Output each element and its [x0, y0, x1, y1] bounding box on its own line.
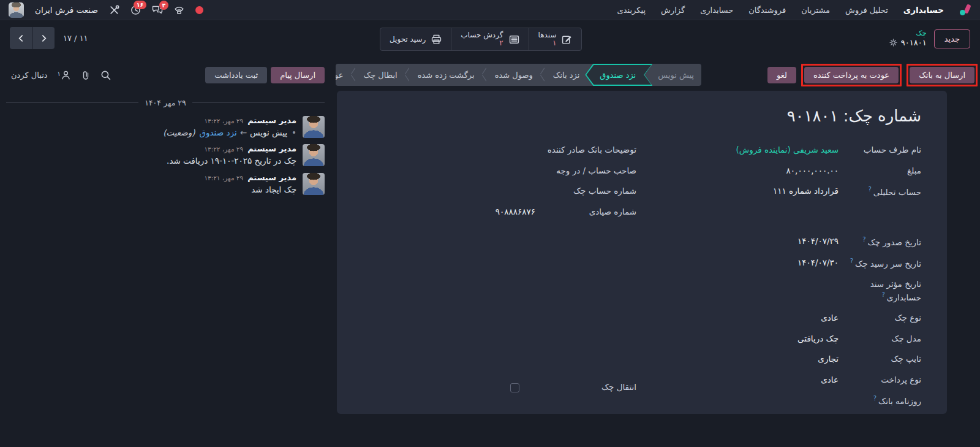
smart-button-label: سندها: [538, 31, 557, 39]
new-button[interactable]: جدید: [934, 29, 970, 48]
message-author[interactable]: مدیر سیستم: [247, 173, 296, 182]
help-icon: ?: [850, 258, 853, 264]
field-label: انتقال چک: [535, 381, 636, 394]
status-step-at-bank[interactable]: نزد بانک: [546, 71, 587, 80]
send-message-button[interactable]: ارسال پیام: [271, 67, 325, 83]
tracking-old-state: پیش نویس: [250, 128, 287, 137]
check-type-value[interactable]: تجاری: [818, 353, 839, 365]
printer-icon: [431, 34, 442, 45]
smart-button-documents[interactable]: سندها ۱: [529, 28, 582, 50]
messages-button[interactable]: ۴: [152, 5, 163, 15]
check-model-value[interactable]: چک دریافتی: [797, 333, 839, 345]
sayad-number-value[interactable]: ۹۰۸۸۸۶۸۷۶: [496, 206, 535, 218]
form-column-left: توضیحات بانک صادر کننده صاحب حساب / در و…: [359, 140, 636, 411]
help-icon: ?: [882, 291, 885, 298]
chatter-thread: ۲۹ مهر ۱۴۰۴ مدیر سیستم ۲۹ مهر، ۱۳:۲۲ •پی…: [0, 90, 334, 201]
pager-previous-button[interactable]: [10, 27, 32, 49]
menu-accounting[interactable]: حسابداری: [700, 6, 733, 15]
attachments-button[interactable]: [81, 70, 91, 80]
field-row-check-type: تایپ چک تجاری: [636, 349, 921, 370]
field-label: تاریخ صدور چک?: [839, 235, 921, 248]
app-logo-icon[interactable]: [959, 4, 971, 15]
tracking-arrow: ←: [240, 128, 247, 137]
followers-count: ۱: [58, 71, 61, 77]
message-received[interactable]: مدیر سیستم ۲۹ مهر، ۱۳:۲۲ چک در تاریخ ۲۰۲…: [6, 144, 325, 167]
activities-button[interactable]: ۱۶: [130, 5, 141, 15]
statusbar: پیش نویس نزد صندوق نزد بانک وصول شده برگ…: [336, 64, 701, 86]
status-step-voided[interactable]: ابطال چک: [356, 71, 405, 80]
send-to-bank-button[interactable]: ارسال به بانک: [910, 67, 974, 83]
payment-type-value[interactable]: عادی: [821, 374, 839, 386]
field-row-check-account-number: شماره حساب چک: [359, 181, 636, 202]
recording-indicator[interactable]: [195, 6, 203, 14]
message-author[interactable]: مدیر سیستم: [247, 144, 296, 153]
return-to-payer-button[interactable]: عودت به پرداخت کننده: [804, 67, 899, 83]
field-row-due-date: تاریخ سر رسید چک? ۱۴۰۴/۰۷/۳۰: [636, 253, 921, 274]
status-step-bounced[interactable]: برگشت زده شده: [410, 71, 482, 80]
analytic-account-value[interactable]: قرارداد شماره ۱۱۱: [773, 185, 839, 197]
pager-next-button[interactable]: [32, 27, 55, 49]
annotation-highlight-send-to-bank: ارسال به بانک: [907, 64, 978, 86]
app-name[interactable]: حسابداری: [903, 5, 944, 15]
due-date-value[interactable]: ۱۴۰۴/۰۷/۳۰: [797, 257, 839, 269]
field-row-bank-journal: روزنامه بانک?: [636, 390, 921, 411]
search-messages-button[interactable]: [100, 70, 111, 80]
red-dot-icon: [195, 6, 203, 14]
chevron-left-icon: [18, 35, 24, 42]
message-time: ۲۹ مهر، ۱۳:۲۲: [204, 117, 243, 124]
message-author[interactable]: مدیر سیستم: [247, 116, 296, 125]
company-name[interactable]: صنعت فرش ایران: [35, 5, 98, 15]
check-kind-value[interactable]: عادی: [821, 312, 839, 324]
smart-button-label: رسید تحویل: [390, 35, 426, 44]
field-row-issue-date: تاریخ صدور چک? ۱۴۰۴/۰۷/۲۹: [636, 231, 921, 253]
menu-sales-analysis[interactable]: تحلیل فروش: [845, 6, 888, 15]
follow-button[interactable]: دنبال کردن: [11, 71, 48, 80]
issue-date-value[interactable]: ۱۴۰۴/۰۷/۲۹: [797, 235, 839, 248]
partner-link[interactable]: سعید شریفی (نماینده فروش): [736, 144, 839, 156]
breadcrumb-record: ۹۰۱۸۰۱: [901, 38, 927, 48]
status-step-in-cashbox-active[interactable]: نزد صندوق: [585, 64, 652, 86]
followers-button[interactable]: ۱: [58, 70, 71, 80]
debug-tools-button[interactable]: [109, 5, 119, 15]
date-divider-label: ۲۹ مهر ۱۴۰۴: [145, 98, 186, 107]
chatter-icons: ۱ دنبال کردن: [11, 70, 111, 80]
status-step-returned[interactable]: عودت شده: [336, 71, 351, 80]
field-row-check-model: مدل چک چک دریافتی: [636, 329, 921, 350]
user-avatar[interactable]: [9, 2, 24, 18]
app-menus: حسابداری تحلیل فروش مشتریان فروشندگان حس…: [617, 4, 971, 15]
smart-button-account-moves[interactable]: گردش حساب ۲: [451, 28, 528, 50]
voip-phone-button[interactable]: [174, 5, 184, 15]
message-created[interactable]: مدیر سیستم ۲۹ مهر، ۱۳:۲۱ چک ایجاد شد: [6, 173, 325, 196]
menu-customers[interactable]: مشتریان: [801, 6, 830, 15]
field-row-sayad-number: شماره صیادی ۹۰۸۸۸۶۸۷۶: [359, 202, 636, 223]
amount-value[interactable]: ۸۰,۰۰۰,۰۰۰.۰۰: [786, 165, 839, 177]
field-label: شماره صیادی: [535, 206, 636, 218]
smart-button-delivery-receipt[interactable]: رسید تحویل: [380, 28, 451, 50]
tools-icon: [109, 5, 119, 15]
gear-icon[interactable]: [889, 39, 897, 47]
menu-reporting[interactable]: گزارش: [661, 6, 685, 15]
message-status-change[interactable]: مدیر سیستم ۲۹ مهر، ۱۳:۲۲ •پیش نویس←نزد ص…: [6, 116, 325, 139]
field-label: مدل چک: [839, 333, 921, 345]
field-row-partner: نام طرف حساب سعید شریفی (نماینده فروش): [636, 140, 921, 161]
log-note-button[interactable]: ثبت یادداشت: [205, 67, 267, 83]
list-icon: [509, 34, 519, 45]
tracking-new-state[interactable]: نزد صندوق: [200, 128, 237, 137]
field-row-check-kind: نوع چک عادی: [636, 308, 921, 329]
smart-button-label: گردش حساب: [461, 31, 503, 39]
status-step-collected[interactable]: وصول شده: [488, 71, 540, 80]
chatter-buttons: ارسال پیام ثبت یادداشت: [205, 67, 325, 83]
chevron-separator-icon: [351, 68, 356, 82]
activities-badge: ۱۶: [134, 1, 146, 10]
breadcrumb-model-link[interactable]: چک: [916, 29, 926, 38]
status-step-draft[interactable]: پیش نویس: [650, 71, 701, 80]
paperclip-icon: [81, 70, 91, 80]
menu-vendors[interactable]: فروشندگان: [748, 6, 786, 15]
transfer-checkbox[interactable]: [510, 383, 519, 392]
cancel-button[interactable]: لغو: [767, 67, 796, 83]
message-time: ۲۹ مهر، ۱۳:۲۲: [204, 145, 243, 153]
chevron-right-icon: [40, 35, 47, 42]
annotation-highlight-return-to-payer: عودت به پرداخت کننده: [801, 64, 902, 86]
field-label: تایپ چک: [839, 353, 921, 365]
menu-configuration[interactable]: پیکربندی: [617, 6, 646, 15]
